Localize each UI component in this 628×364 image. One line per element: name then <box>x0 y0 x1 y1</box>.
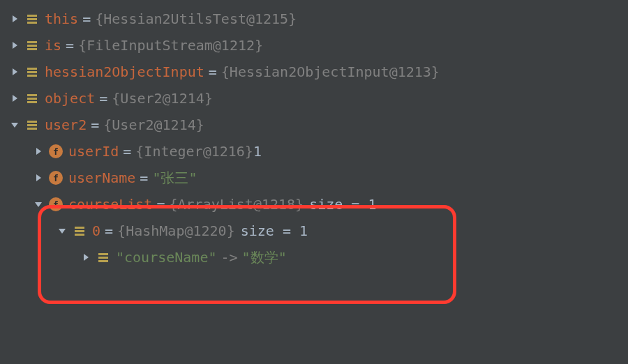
equals-sign: = <box>123 143 131 160</box>
equals-sign: = <box>82 10 91 27</box>
svg-rect-2 <box>27 22 37 24</box>
equals-sign: = <box>140 169 148 186</box>
svg-rect-19 <box>98 257 108 259</box>
variable-row[interactable]: object={User2@1214} <box>0 85 628 112</box>
expand-arrow-right-icon[interactable] <box>80 251 92 264</box>
variable-value: {User2@1214} <box>112 90 213 107</box>
svg-rect-20 <box>98 260 108 262</box>
variable-value: {Integer@1216} <box>135 143 253 160</box>
svg-rect-13 <box>27 124 37 126</box>
equals-sign: = <box>66 37 74 54</box>
equals-sign: = <box>91 116 99 133</box>
expand-arrow-right-icon[interactable] <box>32 145 45 158</box>
equals-sign: = <box>105 222 113 239</box>
value-trailing: 1 <box>253 143 262 160</box>
variable-name: is <box>45 37 61 54</box>
variable-row[interactable]: hessian2ObjectInput={Hessian2ObjectInput… <box>0 59 628 85</box>
svg-rect-12 <box>27 121 37 123</box>
svg-rect-16 <box>75 230 84 232</box>
expand-arrow-right-icon[interactable] <box>8 13 21 25</box>
expand-arrow-right-icon[interactable] <box>32 172 45 184</box>
variable-name: userName <box>68 169 135 186</box>
variable-name: 0 <box>92 222 100 239</box>
svg-rect-4 <box>27 45 37 47</box>
variable-name: courseList <box>68 196 152 213</box>
variable-row[interactable]: fuserId={Integer@1216} 1 <box>0 138 628 165</box>
field-icon: f <box>49 197 63 211</box>
expand-arrow-down-icon[interactable] <box>8 119 21 131</box>
object-bars-icon <box>96 250 110 264</box>
variable-value: {Hessian2ObjectInput@1213} <box>221 63 440 80</box>
variable-value: {User2@1214} <box>103 116 204 133</box>
svg-rect-17 <box>75 234 84 236</box>
variable-row[interactable]: this={Hessian2UtilsTest@1215} <box>0 6 628 32</box>
variable-rows: this={Hessian2UtilsTest@1215}is={FileInp… <box>0 6 628 271</box>
variable-value: {FileInputStream@1212} <box>78 37 263 54</box>
object-bars-icon <box>25 38 39 52</box>
svg-rect-0 <box>27 15 37 17</box>
svg-rect-6 <box>27 68 37 70</box>
variable-name: userId <box>68 143 119 160</box>
field-icon: f <box>49 144 63 158</box>
variable-row[interactable]: "courseName"->"数学" <box>0 244 628 271</box>
svg-rect-18 <box>98 253 108 255</box>
expand-arrow-down-icon[interactable] <box>56 225 68 237</box>
variable-value: "张三" <box>152 169 197 188</box>
svg-rect-15 <box>75 227 84 229</box>
object-bars-icon <box>25 12 39 26</box>
variable-name: object <box>45 90 95 107</box>
expand-arrow-down-icon[interactable] <box>32 198 45 211</box>
object-bars-icon <box>25 91 39 105</box>
svg-rect-5 <box>27 48 37 50</box>
svg-rect-14 <box>27 128 37 130</box>
svg-rect-10 <box>27 98 37 100</box>
variable-value: {HashMap@1220} <box>117 222 235 239</box>
svg-rect-3 <box>27 41 37 43</box>
variable-row[interactable]: 0={HashMap@1220}size = 1 <box>0 218 628 244</box>
svg-rect-9 <box>27 94 37 96</box>
expand-arrow-right-icon[interactable] <box>8 92 21 105</box>
equals-sign: = <box>209 63 217 80</box>
svg-rect-1 <box>27 18 37 20</box>
map-key: "courseName" <box>116 249 217 266</box>
field-icon: f <box>49 171 63 185</box>
map-arrow: -> <box>221 249 238 266</box>
map-value: "数学" <box>242 248 287 267</box>
size-label: size = 1 <box>309 196 376 213</box>
debugger-variables-panel: this={Hessian2UtilsTest@1215}is={FileInp… <box>0 6 628 271</box>
variable-row[interactable]: fcourseList={ArrayList@1218}size = 1 <box>0 191 628 218</box>
svg-rect-8 <box>27 75 37 77</box>
variable-value: {ArrayList@1218} <box>169 196 304 213</box>
equals-sign: = <box>99 90 107 107</box>
variable-name: hessian2ObjectInput <box>45 63 204 80</box>
object-bars-icon <box>25 118 39 132</box>
equals-sign: = <box>156 196 165 213</box>
expand-arrow-right-icon[interactable] <box>8 66 21 78</box>
variable-row[interactable]: user2={User2@1214} <box>0 112 628 138</box>
object-bars-icon <box>73 224 87 238</box>
variable-name: this <box>45 10 78 27</box>
variable-value: {Hessian2UtilsTest@1215} <box>95 10 297 27</box>
variable-row[interactable]: fuserName="张三" <box>0 165 628 191</box>
variable-row[interactable]: is={FileInputStream@1212} <box>0 32 628 59</box>
svg-rect-7 <box>27 71 37 73</box>
svg-rect-11 <box>27 101 37 103</box>
variable-name: user2 <box>45 116 87 133</box>
size-label: size = 1 <box>241 222 308 239</box>
object-bars-icon <box>25 65 39 79</box>
expand-arrow-right-icon[interactable] <box>8 39 21 52</box>
